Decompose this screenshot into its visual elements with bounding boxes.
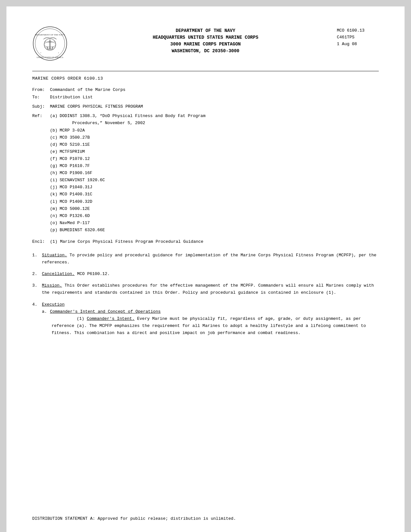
section-1: 1. Situation. To provide policy and proc… xyxy=(32,252,379,266)
ref-item-f: (f) MCO P1070.12 xyxy=(50,155,379,163)
ref-key-f: (f) xyxy=(50,155,60,163)
ref-item-o: (o) NavMed P-117 xyxy=(50,220,379,227)
ref-key-h: (h) xyxy=(50,170,60,177)
section-4a1-body: (1) Commander's Intent. Every Marine mus… xyxy=(52,315,379,337)
ref-item-m: (m) MCO 5000.12E xyxy=(50,205,379,212)
section-1-title: Situation. xyxy=(42,253,67,258)
section-4a-label: a. xyxy=(42,308,50,315)
section-4a1-label: (1) xyxy=(52,316,87,321)
ref-item-l: (l) MCO P1400.32D xyxy=(50,198,379,205)
ref-code: C461TPS xyxy=(337,34,379,41)
ref-item-i: (i) SECNAVINST 1920.6C xyxy=(50,177,379,184)
section-4a: a. Commander's Intent and Concept of Ope… xyxy=(42,308,379,337)
svg-text:UNITED STATES OF AMERICA: UNITED STATES OF AMERICA xyxy=(37,56,64,58)
ref-item-j: (j) MCO P1040.31J xyxy=(50,184,379,191)
ref-item-h: (h) MCO P1900.16F xyxy=(50,170,379,177)
ref-item-a-cont: Procedures,” November 5, 2002 xyxy=(50,120,379,127)
ref-key-d: (d) xyxy=(50,141,60,148)
ref-value-i: SECNAVINST 1920.6C xyxy=(60,177,105,184)
ref-key-e: (e) xyxy=(50,148,60,155)
ref-value-e: MCTFSPRIUM xyxy=(60,148,85,155)
section-1-body: Situation. To provide policy and procedu… xyxy=(42,252,379,266)
ref-key-b: (b) xyxy=(50,127,60,134)
ref-label: Ref: xyxy=(32,113,50,234)
dept-line2: HEADQUARTERS UNITED STATES MARINE CORPS xyxy=(74,34,337,41)
ref-key-o: (o) xyxy=(50,220,60,227)
header-center-text: DEPARTMENT OF THE NAVY HEADQUARTERS UNIT… xyxy=(74,26,337,54)
ref-key-p: (p) xyxy=(50,227,60,234)
ref-value-p: BUMEDINST 6320.66E xyxy=(60,227,105,234)
distribution-statement: DISTRIBUTION STATEMENT A: Approved for p… xyxy=(32,516,379,522)
section-2-title-row: 2. Cancellation. MCO P6100.12. xyxy=(32,271,379,278)
section-4a1: (1) Commander's Intent. Every Marine mus… xyxy=(52,315,379,337)
ref-items: (a) DODINST 1308.3, “DoD Physical Fitnes… xyxy=(50,113,379,234)
header-reference: MCO 6100.13 C461TPS 1 Aug 08 xyxy=(337,26,379,47)
ref-mco: MCO 6100.13 xyxy=(337,27,379,34)
ref-date: 1 Aug 08 xyxy=(337,41,379,48)
ref-item-a: (a) DODINST 1308.3, “DoD Physical Fitnes… xyxy=(50,113,379,120)
svg-text:DEPARTMENT OF THE NAVY: DEPARTMENT OF THE NAVY xyxy=(35,34,65,36)
ref-item-p: (p) BUMEDINST 6320.66E xyxy=(50,227,379,234)
ref-value-m: MCO 5000.12E xyxy=(60,205,90,212)
to-row: To: Distribution List xyxy=(32,94,379,101)
ref-key-a: (a) xyxy=(50,113,60,120)
ref-key-i: (i) xyxy=(50,177,60,184)
section-1-num: 1. xyxy=(32,252,42,266)
ref-item-k: (k) MCO P1400.31C xyxy=(50,191,379,198)
dept-line3: 3000 MARINE CORPS PENTAGON xyxy=(74,41,337,48)
section-4: 4. Execution a. Commander's Intent and C… xyxy=(32,301,379,337)
from-row: From: Commandant of the Marine Corps xyxy=(32,87,379,94)
section-4-num: 4. xyxy=(32,301,42,308)
section-1-text: To provide policy and procedural guidanc… xyxy=(42,253,377,265)
section-4-title-row: 4. Execution xyxy=(32,301,379,308)
section-2: 2. Cancellation. MCO P6100.12. xyxy=(32,271,379,278)
ref-key-m: (m) xyxy=(50,205,60,212)
section-2-title: Cancellation. xyxy=(42,271,74,276)
subj-label: Subj: xyxy=(32,103,50,110)
ref-value-l: MCO P1400.32D xyxy=(60,198,92,205)
section-4-title: Execution xyxy=(42,301,64,308)
section-3-num: 3. xyxy=(32,282,42,296)
ref-key-l: (l) xyxy=(50,198,60,205)
order-title: MARINE CORPS ORDER 6100.13 xyxy=(32,76,379,81)
document-header: DEPARTMENT OF THE NAVY UNITED STATES OF xyxy=(32,26,379,61)
section-1-title-row: 1. Situation. To provide policy and proc… xyxy=(32,252,379,266)
section-4a1-title: Commander's Intent. xyxy=(87,316,134,321)
ref-value-a-cont: Procedures,” November 5, 2002 xyxy=(60,120,145,127)
section-2-num: 2. xyxy=(32,271,42,278)
ref-value-g: MCO P1610.7F xyxy=(60,163,90,170)
section-3-text: This Order establishes procedures for th… xyxy=(42,283,374,295)
section-4a-title: Commander's Intent and Concept of Operat… xyxy=(50,308,161,315)
ref-key-k: (k) xyxy=(50,191,60,198)
subj-row: Subj: MARINE CORPS PHYSICAL FITNESS PROG… xyxy=(32,103,379,110)
document-page: DEPARTMENT OF THE NAVY UNITED STATES OF xyxy=(6,6,405,532)
ref-value-o: NavMed P-117 xyxy=(60,220,90,227)
svg-text:★: ★ xyxy=(58,52,59,54)
ref-value-h: MCO P1900.16F xyxy=(60,170,92,177)
ref-value-n: MCO P1326.6D xyxy=(60,212,90,220)
dept-line1: DEPARTMENT OF THE NAVY xyxy=(74,27,337,34)
ref-item-c: (c) MCO 3500.27B xyxy=(50,134,379,141)
ref-value-d: MCO 5210.11E xyxy=(60,141,90,148)
section-3: 3. Mission. This Order establishes proce… xyxy=(32,282,379,296)
ref-value-a: DODINST 1308.3, “DoD Physical Fitness an… xyxy=(60,113,205,120)
header-divider xyxy=(32,71,379,71)
ref-item-d: (d) MCO 5210.11E xyxy=(50,141,379,148)
encl-label: Encl: xyxy=(32,238,50,245)
dept-line4: WASHINGTON, DC 20350-3000 xyxy=(74,48,337,54)
section-3-title-row: 3. Mission. This Order establishes proce… xyxy=(32,282,379,296)
from-label: From: xyxy=(32,87,50,94)
encl-value: (1) Marine Corps Physical Fitness Progra… xyxy=(50,238,203,245)
section-2-body: Cancellation. MCO P6100.12. xyxy=(42,271,110,278)
ref-key-g: (g) xyxy=(50,163,60,170)
ref-value-k: MCO P1400.31C xyxy=(60,191,92,198)
ref-key-c: (c) xyxy=(50,134,60,141)
ref-value-j: MCO P1040.31J xyxy=(60,184,92,191)
from-value: Commandant of the Marine Corps xyxy=(50,87,125,94)
section-3-title: Mission. xyxy=(42,283,62,288)
section-4a-title-row: a. Commander's Intent and Concept of Ope… xyxy=(42,308,379,315)
ref-key-a-cont xyxy=(50,120,60,127)
ref-item-b: (b) MCRP 3-02A xyxy=(50,127,379,134)
ref-item-g: (g) MCO P1610.7F xyxy=(50,163,379,170)
encl-section: Encl: (1) Marine Corps Physical Fitness … xyxy=(32,238,379,245)
